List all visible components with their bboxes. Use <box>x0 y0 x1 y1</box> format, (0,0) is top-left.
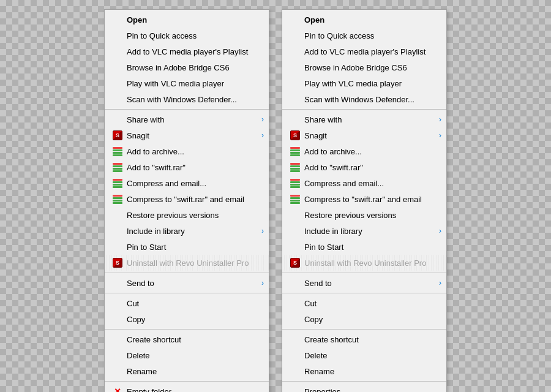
menu-item-vlc-play[interactable]: Play with VLC media player <box>282 75 446 91</box>
icon-spacer <box>290 241 301 252</box>
menu-divider <box>282 381 446 382</box>
menu-divider <box>282 109 446 110</box>
menu-item-pin-quick[interactable]: Pin to Quick access <box>105 28 269 43</box>
snagit-icon: S <box>112 257 123 268</box>
menu-item-compress-swift-email[interactable]: Compress to "swift.rar" and email <box>105 191 269 207</box>
menu-item-restore-versions[interactable]: Restore previous versions <box>105 207 269 223</box>
menu-item-send-to[interactable]: Send to› <box>105 275 269 291</box>
menu-item-delete[interactable]: Delete <box>105 347 269 363</box>
menu-item-add-swift-rar[interactable]: Add to "swift.rar" <box>105 159 269 175</box>
winrar-icon <box>290 162 301 173</box>
submenu-arrow-icon: › <box>261 131 264 140</box>
menu-item-include-library[interactable]: Include in library› <box>282 223 446 239</box>
menu-item-create-shortcut[interactable]: Create shortcut <box>282 331 446 347</box>
menu-item-compress-email[interactable]: Compress and email... <box>105 175 269 191</box>
icon-spacer <box>112 277 123 288</box>
icon-spacer <box>290 314 301 325</box>
menu-item-vlc-playlist[interactable]: Add to VLC media player's Playlist <box>282 43 446 59</box>
icon-spacer <box>290 298 301 309</box>
menu-item-label: Snagit <box>304 131 437 140</box>
icon-spacer <box>290 366 301 377</box>
menu-item-label: Send to <box>304 279 437 288</box>
menu-item-label: Add to archive... <box>127 147 259 156</box>
winrar-icon <box>112 194 123 205</box>
menu-item-delete[interactable]: Delete <box>282 347 446 363</box>
menu-item-empty-folder[interactable]: ✕Empty folder <box>105 383 269 392</box>
menu-item-restore-versions[interactable]: Restore previous versions <box>282 207 446 223</box>
winrar-icon <box>290 146 301 157</box>
menu-divider <box>282 329 446 330</box>
context-menu-after: OpenPin to Quick accessAdd to VLC media … <box>104 9 269 392</box>
menu-item-compress-swift-email[interactable]: Compress to "swift.rar" and email <box>282 191 446 207</box>
menu-item-pin-start[interactable]: Pin to Start <box>282 239 446 255</box>
icon-spacer <box>290 62 301 73</box>
menu-item-share-with[interactable]: Share with› <box>105 111 269 127</box>
menu-item-label: Include in library <box>304 227 437 236</box>
menu-item-open[interactable]: Open <box>282 12 446 28</box>
menu-item-copy[interactable]: Copy <box>282 311 446 327</box>
menu-item-cut[interactable]: Cut <box>282 295 446 311</box>
menu-item-label: Play with VLC media player <box>127 79 259 88</box>
menu-item-label: Uninstall with Revo Uninstaller Pro <box>127 258 259 268</box>
menu-item-label: Delete <box>304 351 437 360</box>
menu-divider <box>105 329 269 330</box>
submenu-arrow-icon: › <box>261 227 264 235</box>
menu-item-label: Browse in Adobe Bridge CS6 <box>127 63 259 72</box>
menu-item-vlc-playlist[interactable]: Add to VLC media player's Playlist <box>105 43 269 59</box>
menu-item-label: Cut <box>304 299 437 308</box>
icon-spacer <box>290 225 301 236</box>
menu-item-send-to[interactable]: Send to› <box>282 275 446 291</box>
menu-item-label: Restore previous versions <box>127 211 259 220</box>
menu-item-uninstall[interactable]: SUninstall with Revo Uninstaller Pro <box>282 255 446 271</box>
menu-item-snagit[interactable]: SSnagit› <box>105 127 269 143</box>
menu-item-label: Uninstall with Revo Uninstaller Pro <box>304 258 437 268</box>
menu-item-properties[interactable]: Properties <box>282 383 446 392</box>
icon-spacer <box>112 225 123 236</box>
menu-item-label: Pin to Start <box>127 243 259 252</box>
menu-item-compress-email[interactable]: Compress and email... <box>282 175 446 191</box>
menu-item-adobe-bridge[interactable]: Browse in Adobe Bridge CS6 <box>105 59 269 75</box>
menu-item-label: Add to "swift.rar" <box>127 163 259 172</box>
submenu-arrow-icon: › <box>439 131 441 140</box>
icon-spacer <box>112 78 123 89</box>
icon-spacer <box>290 209 301 221</box>
menu-item-add-swift-rar[interactable]: Add to "swift.rar" <box>282 159 446 175</box>
menu-item-snagit[interactable]: SSnagit› <box>282 127 446 143</box>
menu-item-uninstall[interactable]: SUninstall with Revo Uninstaller Pro <box>105 255 269 271</box>
menu-item-pin-start[interactable]: Pin to Start <box>105 239 269 255</box>
menu-item-label: Share with <box>304 115 437 124</box>
menu-item-label: Compress to "swift.rar" and email <box>127 195 259 204</box>
menu-item-add-archive[interactable]: Add to archive... <box>105 143 269 159</box>
winrar-icon <box>112 178 123 189</box>
menu-item-label: Copy <box>127 315 259 324</box>
menu-item-pin-quick[interactable]: Pin to Quick access <box>282 28 446 43</box>
menu-item-share-with[interactable]: Share with› <box>282 111 446 127</box>
menu-item-vlc-play[interactable]: Play with VLC media player <box>105 75 269 91</box>
menu-item-windows-defender[interactable]: Scan with Windows Defender... <box>282 91 446 107</box>
menu-item-label: Properties <box>304 387 437 393</box>
winrar-icon <box>290 194 301 205</box>
menu-item-rename[interactable]: Rename <box>105 363 269 379</box>
menu-item-rename[interactable]: Rename <box>282 363 446 379</box>
menu-item-label: Create shortcut <box>304 335 437 344</box>
menu-item-open[interactable]: Open <box>105 12 269 28</box>
menu-item-create-shortcut[interactable]: Create shortcut <box>105 331 269 347</box>
menu-item-label: Delete <box>127 351 259 360</box>
menu-item-copy[interactable]: Copy <box>105 311 269 327</box>
icon-spacer <box>112 366 123 377</box>
menu-item-label: Browse in Adobe Bridge CS6 <box>304 63 437 72</box>
snagit-icon: S <box>290 130 301 141</box>
menu-item-cut[interactable]: Cut <box>105 295 269 311</box>
menu-wrapper-after: OpenPin to Quick accessAdd to VLC media … <box>104 9 269 392</box>
icon-spacer <box>290 277 301 288</box>
menu-item-windows-defender[interactable]: Scan with Windows Defender... <box>105 91 269 107</box>
menu-item-label: Send to <box>127 279 259 288</box>
icon-spacer <box>290 350 301 361</box>
menu-item-label: Copy <box>304 315 437 324</box>
icon-spacer <box>290 114 301 125</box>
menu-item-adobe-bridge[interactable]: Browse in Adobe Bridge CS6 <box>282 59 446 75</box>
menu-item-include-library[interactable]: Include in library› <box>105 223 269 239</box>
winrar-icon <box>290 178 301 189</box>
menu-item-add-archive[interactable]: Add to archive... <box>282 143 446 159</box>
icon-spacer <box>112 14 123 25</box>
